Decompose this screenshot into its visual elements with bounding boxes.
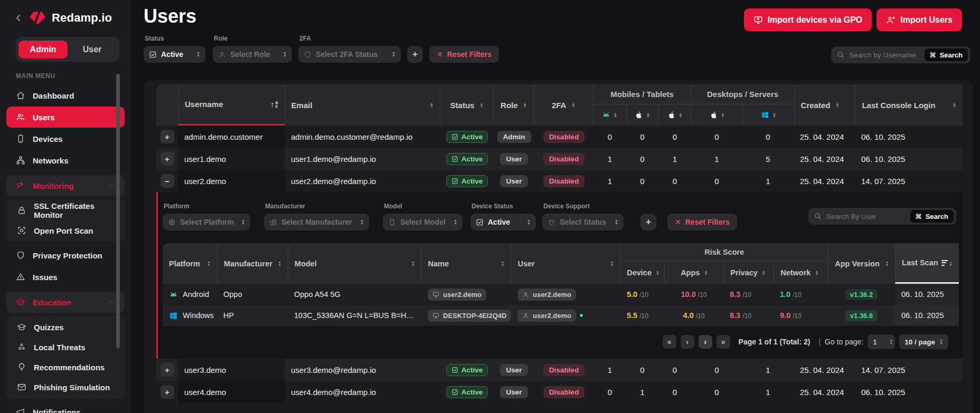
- sidebar-item-local-threats[interactable]: Local Threats: [7, 337, 124, 357]
- sort-icon[interactable]: ▲▼: [523, 102, 527, 108]
- sidebar-item-notifications[interactable]: Notifications: [6, 401, 125, 413]
- last-console-login-header[interactable]: Last Console Login▲▼: [855, 84, 963, 126]
- manufacturer-filter-select[interactable]: Select Manufacturer ▲▼: [264, 214, 369, 230]
- toggle-user[interactable]: User: [68, 41, 117, 59]
- sort-icon[interactable]: ▲▼: [835, 102, 839, 108]
- reset-filters-button[interactable]: ✕ Reset Filters: [429, 46, 499, 63]
- user-search-button[interactable]: ⌘ Search: [925, 49, 968, 61]
- device-search-input[interactable]: [826, 213, 906, 220]
- expand-row-button[interactable]: +: [161, 385, 174, 399]
- sidebar-item-issues[interactable]: Issues: [6, 266, 125, 287]
- device-name-chip[interactable]: user2.demo: [428, 289, 486, 301]
- device-name-chip[interactable]: DESKTOP-4EI2Q4D: [428, 310, 511, 322]
- sort-desc-icon[interactable]: ↓: [941, 259, 953, 267]
- android-column-header[interactable]: ▲▼: [593, 104, 626, 126]
- sort-icon[interactable]: ▲▼: [430, 102, 434, 108]
- sidebar-item-recommendations[interactable]: Recommendations: [7, 357, 124, 377]
- device-status-filter-select[interactable]: Active ▲▼: [470, 214, 536, 230]
- sort-icon[interactable]: ▲▼: [646, 112, 650, 118]
- risk-apps-header[interactable]: Apps▲▼: [664, 262, 723, 284]
- model-filter-select[interactable]: Select Model ▲▼: [383, 214, 463, 230]
- sort-icon[interactable]: ▲▼: [656, 270, 659, 276]
- user-chip[interactable]: user2.demo: [517, 310, 576, 322]
- last-scan-header[interactable]: Last Scan ↓: [895, 243, 959, 284]
- sort-icon[interactable]: ▲▼: [479, 102, 483, 108]
- platform-filter-select[interactable]: Select Platform ▲▼: [163, 214, 250, 230]
- device-support-filter-select[interactable]: Select Status ▲▼: [542, 214, 624, 230]
- stepper-icon[interactable]: ▲▼: [889, 339, 893, 345]
- role-header[interactable]: Role▲▼: [493, 84, 534, 126]
- next-page-button[interactable]: ›: [699, 335, 712, 349]
- manufacturer-header[interactable]: Manufacturer▲▼: [217, 243, 288, 284]
- prev-page-button[interactable]: ‹: [681, 335, 694, 349]
- sidebar-item-devices[interactable]: Devices: [6, 128, 125, 149]
- username-header[interactable]: Username ↑AZ: [178, 84, 285, 126]
- collapse-row-button[interactable]: −: [161, 174, 174, 188]
- email-header[interactable]: Email▲▼: [285, 84, 440, 126]
- device-search-button[interactable]: ⌘ Search: [910, 210, 954, 223]
- 2fa-filter-select[interactable]: Select 2FA Status ▲▼: [298, 46, 401, 63]
- role-filter-select[interactable]: Select Role ▲▼: [213, 46, 292, 63]
- last-page-button[interactable]: »: [717, 335, 730, 349]
- page-size-select[interactable]: 10 / page ▲▼: [899, 334, 948, 349]
- sidebar-item-dashboard[interactable]: Dashboard: [6, 85, 125, 106]
- sort-icon[interactable]: ▲▼: [571, 102, 575, 108]
- sidebar-item-monitoring[interactable]: Monitoring: [6, 175, 125, 196]
- collapse-sidebar-icon[interactable]: [14, 13, 23, 23]
- user-chip[interactable]: user2.demo: [517, 289, 576, 301]
- created-header[interactable]: Created▲▼: [794, 84, 855, 126]
- sort-icon[interactable]: ▲▼: [704, 270, 708, 276]
- goto-page-input[interactable]: [873, 338, 884, 346]
- select-chevrons-icon: ▲▼: [939, 339, 943, 345]
- windows-column-header[interactable]: ▲▼: [743, 104, 794, 126]
- name-header[interactable]: Name▲▼: [421, 243, 511, 284]
- add-filter-button[interactable]: +: [407, 46, 423, 63]
- expand-row-button[interactable]: +: [161, 152, 174, 166]
- sort-icon[interactable]: ▲▼: [610, 261, 614, 266]
- iphone-column-header[interactable]: ▲▼: [626, 104, 658, 126]
- sidebar-item-quizzes[interactable]: Quizzes: [7, 317, 124, 337]
- app-version-header[interactable]: App Version▲▼: [828, 243, 895, 284]
- model-header[interactable]: Model▲▼: [288, 243, 421, 284]
- sidebar-item-networks[interactable]: Networks: [6, 150, 125, 171]
- status-filter-select[interactable]: Active ▲▼: [144, 46, 205, 63]
- sidebar-item-privacy-protection[interactable]: Privacy Protection: [6, 245, 125, 266]
- risk-network-header[interactable]: Network▲▼: [774, 262, 828, 284]
- sort-icon[interactable]: ▲▼: [614, 112, 617, 118]
- expand-row-button[interactable]: +: [161, 130, 174, 143]
- toggle-admin[interactable]: Admin: [18, 41, 68, 59]
- sort-icon[interactable]: ▲▼: [815, 270, 818, 276]
- mac-column-header[interactable]: ▲▼: [692, 104, 743, 126]
- sort-icon[interactable]: ▲▼: [501, 261, 504, 266]
- sidebar-item-open-port-scan[interactable]: Open Port Scan: [7, 220, 124, 241]
- sort-icon[interactable]: ▲▼: [278, 261, 281, 266]
- sidebar-item-ssl-certificates[interactable]: SSL Certificates Monitor: [7, 200, 124, 220]
- reset-device-filters-button[interactable]: ✕ Reset Filters: [667, 214, 737, 230]
- import-users-button[interactable]: Import Users: [877, 8, 962, 31]
- first-page-button[interactable]: «: [663, 335, 676, 349]
- 2fa-header[interactable]: 2FA▲▼: [534, 84, 593, 126]
- sort-icon[interactable]: ▲▼: [772, 112, 776, 118]
- sidebar-item-phishing-simulation[interactable]: Phishing Simulation: [7, 377, 124, 397]
- sort-icon[interactable]: ▲▼: [207, 261, 211, 266]
- sort-icon[interactable]: ▲▼: [679, 112, 683, 118]
- add-device-filter-button[interactable]: +: [640, 214, 656, 230]
- risk-device-header[interactable]: Device▲▼: [620, 262, 664, 284]
- sort-asc-icon[interactable]: ↑AZ: [270, 100, 278, 109]
- status-header[interactable]: Status▲▼: [440, 84, 493, 126]
- sort-icon[interactable]: ▲▼: [885, 261, 889, 266]
- expand-row-button[interactable]: +: [161, 363, 174, 377]
- sort-icon[interactable]: ▲▼: [953, 102, 956, 108]
- sort-icon[interactable]: ▲▼: [762, 270, 766, 276]
- sidebar-scrollbar[interactable]: [116, 74, 120, 348]
- ipad-column-header[interactable]: ▲▼: [658, 104, 691, 126]
- sidebar-item-users[interactable]: Users: [6, 107, 125, 128]
- sort-icon[interactable]: ▲▼: [721, 112, 725, 118]
- import-devices-gpo-button[interactable]: Import devices via GPO: [744, 8, 872, 31]
- user-search-input[interactable]: [849, 51, 920, 59]
- sort-icon[interactable]: ▲▼: [411, 261, 415, 266]
- platform-header[interactable]: Platform▲▼: [163, 243, 217, 284]
- sidebar-item-education[interactable]: Education: [6, 292, 125, 313]
- risk-privacy-header[interactable]: Privacy▲▼: [723, 262, 774, 284]
- user-header[interactable]: User▲▼: [511, 243, 620, 284]
